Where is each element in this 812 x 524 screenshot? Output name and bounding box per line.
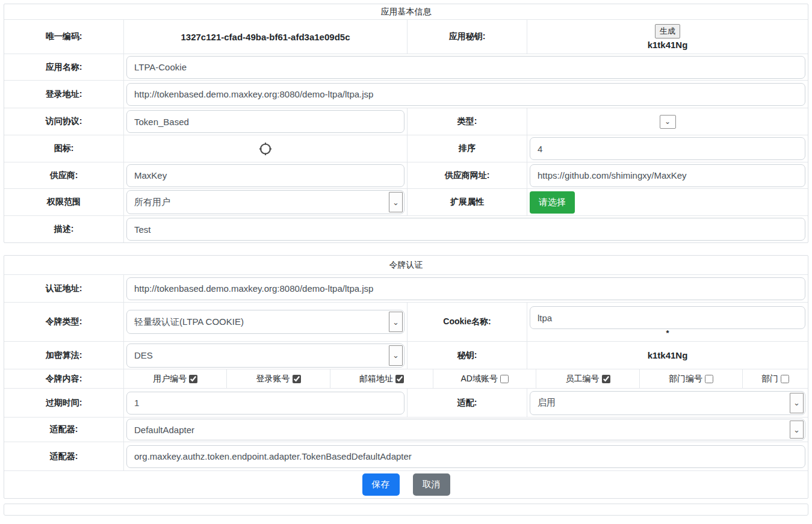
save-button[interactable]: 保存 (362, 473, 400, 496)
description-label: 描述: (4, 216, 124, 242)
token-content-checkbox-0[interactable] (189, 375, 197, 383)
expires-input[interactable] (126, 392, 404, 415)
token-content-item: 部门 (742, 369, 808, 388)
footer-empty-panel (4, 504, 808, 516)
token-content-item-label: AD域账号 (461, 374, 498, 384)
token-content-checkbox-6[interactable] (781, 375, 789, 383)
login-url-label: 登录地址: (4, 81, 124, 108)
section-basic-info-title: 应用基本信息 (4, 4, 808, 19)
token-content-checkbox-4[interactable] (602, 375, 610, 383)
token-type-select[interactable]: 轻量级认证(LTPA COOKIE) ⌄ (126, 310, 404, 334)
app-secret-label: 应用秘钥: (407, 20, 527, 54)
auth-url-label: 认证地址: (4, 275, 124, 302)
row-login-url: 登录地址: (4, 80, 808, 108)
cookie-name-input[interactable] (530, 306, 805, 329)
category-label: 类型: (407, 108, 527, 135)
sort-label: 排序 (407, 135, 527, 162)
app-secret-cell: 生成 k1tk41Ng (527, 20, 808, 54)
category-select[interactable]: ⌄ (660, 115, 676, 129)
row-scope-extattr: 权限范围 所有用户 ⌄ 扩展属性 请选择 (4, 188, 808, 215)
token-content-item-label: 部门编号 (669, 374, 702, 384)
token-content-item-label: 用户编号 (153, 374, 187, 384)
algorithm-select[interactable]: DES ⌄ (126, 344, 404, 368)
row-adapter-class: 适配器: (4, 442, 808, 470)
algorithm-label: 加密算法: (4, 342, 124, 369)
generate-secret-button[interactable]: 生成 (655, 24, 680, 39)
chevron-down-icon: ⌄ (389, 345, 403, 366)
row-icon-sort: 图标: 排序 (4, 135, 808, 162)
vendor-url-label: 供应商网址: (407, 162, 527, 188)
chevron-down-icon: ⌄ (389, 192, 403, 212)
row-token-type-cookie: 令牌类型: 轻量级认证(LTPA COOKIE) ⌄ Cookie名称: * (4, 302, 808, 341)
login-url-input[interactable] (126, 83, 805, 106)
token-content-item: 邮箱地址 (330, 369, 433, 388)
row-protocol-category: 访问协议: 类型: ⌄ (4, 108, 808, 135)
app-config-page: 应用基本信息 唯一编码: 1327c121-cfad-49ba-bf61-afd… (0, 0, 812, 516)
token-content-item-label: 员工编号 (566, 374, 600, 384)
row-unique-code: 唯一编码: 1327c121-cfad-49ba-bf61-afd3a1e09d… (4, 19, 808, 54)
expires-label: 过期时间: (4, 389, 124, 417)
row-vendor: 供应商: 供应商网址: (4, 162, 808, 188)
row-token-content: 令牌内容: 用户编号登录账号邮箱地址AD域账号员工编号部门编号部门 (4, 369, 808, 388)
row-description: 描述: (4, 215, 808, 242)
token-content-checkbox-1[interactable] (293, 375, 301, 383)
chevron-down-icon: ⌄ (790, 393, 804, 413)
token-content-item-label: 邮箱地址 (359, 374, 393, 384)
cookie-name-label: Cookie名称: (407, 303, 527, 341)
vendor-label: 供应商: (4, 162, 124, 188)
ext-attr-select-button[interactable]: 请选择 (530, 191, 575, 214)
token-content-checkbox-3[interactable] (500, 375, 509, 383)
row-app-name: 应用名称: (4, 54, 808, 80)
token-content-item: 登录账号 (226, 369, 329, 388)
token-content-label: 令牌内容: (4, 369, 124, 388)
cancel-button[interactable]: 取消 (413, 473, 450, 496)
token-content-cells: 用户编号登录账号邮箱地址AD域账号员工编号部门编号部门 (124, 369, 808, 388)
section-basic-info: 应用基本信息 唯一编码: 1327c121-cfad-49ba-bf61-afd… (4, 4, 808, 243)
unique-code-value: 1327c121-cfad-49ba-bf61-afd3a1e09d5c (124, 20, 407, 54)
protocol-label: 访问协议: (4, 108, 124, 135)
chevron-down-icon: ⌄ (665, 118, 671, 125)
description-input[interactable] (126, 218, 805, 241)
token-content-item-label: 登录账号 (256, 374, 290, 384)
adapter-class-label: 适配器: (4, 442, 124, 470)
token-content-item: AD域账号 (433, 369, 536, 388)
adapt-label: 适配: (407, 389, 527, 417)
app-name-label: 应用名称: (4, 54, 124, 80)
ext-attr-label: 扩展属性 (407, 189, 527, 215)
protocol-input[interactable] (126, 110, 404, 133)
vendor-url-input[interactable] (530, 164, 805, 187)
sort-input[interactable] (530, 137, 805, 160)
required-mark: * (530, 329, 805, 338)
adapter-class-input[interactable] (126, 445, 805, 468)
token-content-item: 用户编号 (124, 369, 226, 388)
chevron-down-icon: ⌄ (389, 312, 403, 332)
scope-select[interactable]: 所有用户 ⌄ (126, 190, 404, 214)
auth-url-input[interactable] (126, 277, 805, 300)
token-content-checkbox-5[interactable] (705, 375, 713, 383)
secret-value: k1tk41Ng (648, 350, 688, 360)
app-secret-value: k1tk41Ng (648, 40, 688, 50)
chevron-down-icon: ⌄ (790, 421, 804, 439)
form-actions: 保存 取消 (4, 470, 808, 498)
unique-code-label: 唯一编码: (4, 20, 124, 54)
icon-label: 图标: (4, 135, 124, 162)
app-name-input[interactable] (126, 56, 805, 79)
adapter-select[interactable]: DefaultAdapter ⌄ (126, 419, 805, 440)
token-content-item-label: 部门 (761, 374, 778, 384)
vendor-input[interactable] (126, 164, 404, 187)
section-token-auth-title: 令牌认证 (4, 256, 808, 274)
token-content-item: 员工编号 (536, 369, 639, 388)
adapt-select[interactable]: 启用 ⌄ (530, 391, 805, 415)
scope-label: 权限范围 (4, 189, 124, 215)
token-content-checkbox-2[interactable] (395, 375, 404, 383)
row-expires-adapt: 过期时间: 适配: 启用 ⌄ (4, 388, 808, 417)
secret-label: 秘钥: (407, 342, 527, 369)
broken-image-icon (259, 141, 272, 156)
row-adapter-select: 适配器: DefaultAdapter ⌄ (4, 417, 808, 442)
token-content-item: 部门编号 (639, 369, 742, 388)
adapter-select-label: 适配器: (4, 418, 124, 442)
token-type-label: 令牌类型: (4, 303, 124, 341)
section-token-auth: 令牌认证 认证地址: 令牌类型: 轻量级认证(LTPA COOKIE) ⌄ Co… (4, 255, 808, 499)
row-auth-url: 认证地址: (4, 274, 808, 302)
row-algorithm-secret: 加密算法: DES ⌄ 秘钥: k1tk41Ng (4, 341, 808, 369)
